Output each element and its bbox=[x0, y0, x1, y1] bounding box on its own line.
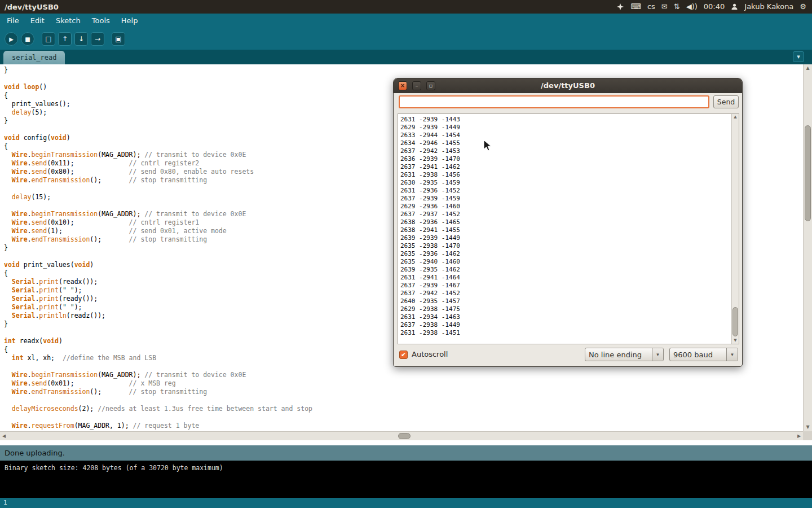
tab-menu-button[interactable]: ▾ bbox=[793, 51, 804, 62]
code-line: Wire.requestFrom(MAG_ADDR, 1); // reques… bbox=[4, 422, 803, 430]
serial-line: 2635 -2940 -1460 bbox=[400, 258, 731, 266]
scroll-left-icon[interactable]: ◀ bbox=[0, 432, 8, 440]
autoscroll-label: Autoscroll bbox=[412, 350, 448, 358]
baud-rate-value: 9600 baud bbox=[670, 351, 726, 359]
mouse-cursor bbox=[483, 139, 492, 154]
upload-button[interactable]: → bbox=[91, 32, 104, 46]
window-minimize-button[interactable]: – bbox=[412, 81, 421, 90]
menu-item-help[interactable]: Help bbox=[116, 14, 144, 28]
code-line: Wire.beginTransmission(MAG_ADDR); // tra… bbox=[4, 371, 803, 379]
window-close-button[interactable]: × bbox=[398, 81, 407, 90]
serial-line: 2637 -2938 -1449 bbox=[400, 321, 731, 329]
menu-item-file[interactable]: File bbox=[1, 14, 25, 28]
mail-icon[interactable]: ✉ bbox=[661, 0, 668, 14]
editor-bottom-gap bbox=[0, 440, 812, 445]
editor-vscrollbar[interactable]: ▲ ▼ bbox=[803, 64, 812, 431]
line-ending-value: No line ending bbox=[585, 351, 652, 359]
serial-monitor-titlebar[interactable]: × – ▫ /dev/ttyUSB0 bbox=[394, 78, 742, 93]
desktop: /dev/ttyUSB0 ⌨ cs ✉ ⇅ ◀)) 00:40 Jakub Ka… bbox=[0, 0, 812, 508]
serial-monitor-window: × – ▫ /dev/ttyUSB0 Send 2631 -2939 -1443… bbox=[393, 78, 743, 367]
autoscroll-checkbox[interactable]: ✔ bbox=[399, 351, 408, 359]
serial-monitor-title: /dev/ttyUSB0 bbox=[394, 78, 742, 93]
toolbar-buttons: ▶■□↑↓→▣ bbox=[0, 28, 812, 50]
serial-line: 2631 -2938 -1456 bbox=[400, 171, 731, 179]
serial-line: 2636 -2939 -1470 bbox=[400, 155, 731, 163]
send-button[interactable]: Send bbox=[713, 95, 739, 108]
serial-line: 2634 -2946 -1455 bbox=[400, 139, 731, 147]
volume-icon[interactable]: ◀)) bbox=[686, 0, 698, 14]
scroll-up-icon[interactable]: ▲ bbox=[804, 64, 812, 72]
system-tray: ⌨ cs ✉ ⇅ ◀)) 00:40 Jakub Kakona ⚙ bbox=[616, 0, 812, 14]
serial-line: 2635 -2938 -1470 bbox=[400, 242, 731, 250]
serial-line: 2633 -2944 -1454 bbox=[400, 132, 731, 139]
serial-line: 2631 -2934 -1463 bbox=[400, 313, 731, 321]
serial-line: 2639 -2935 -1462 bbox=[400, 266, 731, 274]
serial-line: 2638 -2941 -1455 bbox=[400, 226, 731, 234]
scroll-down-icon[interactable]: ▼ bbox=[804, 423, 812, 431]
editor-hscrollbar[interactable]: ◀ ▶ bbox=[0, 431, 803, 440]
code-line: delayMicroseconds(2); //needs at least 1… bbox=[4, 405, 803, 413]
open-button[interactable]: ↑ bbox=[58, 32, 72, 46]
code-line: Wire.endTransmission(); // stop transmit… bbox=[4, 388, 803, 396]
serial-line: 2629 -2936 -1460 bbox=[400, 203, 731, 211]
line-number-strip: 1 bbox=[0, 498, 812, 508]
code-line: Wire.send(0x01); // x MSB reg bbox=[4, 379, 803, 388]
network-icon[interactable]: ⇅ bbox=[674, 0, 680, 14]
status-bar: Done uploading. bbox=[0, 445, 812, 461]
session-gear-icon[interactable]: ⚙ bbox=[800, 0, 806, 14]
serial-line: 2631 -2936 -1452 bbox=[400, 187, 731, 195]
serial-input[interactable] bbox=[399, 95, 709, 108]
serial-scroll-down-icon[interactable]: ▼ bbox=[732, 338, 739, 344]
keyboard-layout-label[interactable]: cs bbox=[647, 0, 655, 14]
save-button[interactable]: ↓ bbox=[74, 32, 88, 46]
scrollbar-corner bbox=[803, 431, 812, 440]
build-console: Binary sketch size: 4208 bytes (of a 307… bbox=[0, 461, 812, 498]
verify-button[interactable]: ▶ bbox=[5, 32, 18, 46]
serial-scroll-up-icon[interactable]: ▲ bbox=[732, 114, 739, 120]
serial-line: 2637 -2939 -1467 bbox=[400, 282, 731, 290]
serial-line: 2638 -2936 -1465 bbox=[400, 218, 731, 226]
serial-line: 2630 -2935 -1459 bbox=[400, 179, 731, 187]
chevron-down-icon: ▾ bbox=[652, 348, 663, 361]
serial-monitor-button[interactable]: ▣ bbox=[112, 32, 125, 46]
tab-serial-read[interactable]: serial_read bbox=[3, 51, 65, 64]
status-text: Done uploading. bbox=[5, 449, 65, 457]
stop-button[interactable]: ■ bbox=[21, 32, 34, 46]
menu-item-sketch[interactable]: Sketch bbox=[50, 14, 86, 28]
system-panel: /dev/ttyUSB0 ⌨ cs ✉ ⇅ ◀)) 00:40 Jakub Ka… bbox=[0, 0, 812, 14]
serial-line: 2637 -2941 -1462 bbox=[400, 163, 731, 171]
clock-label[interactable]: 00:40 bbox=[704, 0, 725, 14]
user-icon[interactable] bbox=[731, 3, 738, 11]
serial-line: 2637 -2942 -1453 bbox=[400, 147, 731, 155]
serial-line: 2637 -2942 -1452 bbox=[400, 290, 731, 297]
new-button[interactable]: □ bbox=[42, 32, 55, 46]
tab-strip: serial_read ▾ bbox=[0, 50, 812, 64]
keyboard-icon[interactable]: ⌨ bbox=[630, 0, 641, 14]
line-ending-select[interactable]: No line ending ▾ bbox=[585, 348, 664, 361]
scroll-right-icon[interactable]: ▶ bbox=[795, 432, 803, 440]
editor-hscroll-thumb[interactable] bbox=[398, 433, 411, 439]
window-maximize-button[interactable]: ▫ bbox=[426, 81, 435, 90]
baud-rate-select[interactable]: 9600 baud ▾ bbox=[669, 348, 738, 361]
serial-line: 2639 -2939 -1449 bbox=[400, 234, 731, 242]
menu-bar: FileEditSketchToolsHelp bbox=[0, 14, 812, 28]
serial-output[interactable]: 2631 -2939 -14432629 -2939 -14492633 -29… bbox=[398, 114, 731, 344]
code-line: } bbox=[4, 66, 803, 75]
serial-line: 2640 -2935 -1457 bbox=[400, 297, 731, 305]
username-label[interactable]: Jakub Kakona bbox=[744, 0, 793, 14]
indicator-star-icon[interactable] bbox=[616, 3, 624, 11]
serial-line: 2629 -2939 -1449 bbox=[400, 124, 731, 132]
menu-item-edit[interactable]: Edit bbox=[25, 14, 50, 28]
editor-vscroll-thumb[interactable] bbox=[805, 125, 811, 221]
serial-scroll-thumb[interactable] bbox=[732, 307, 738, 336]
serial-output-panel: 2631 -2939 -14432629 -2939 -14492633 -29… bbox=[398, 113, 739, 344]
serial-scrollbar[interactable]: ▲ ▼ bbox=[731, 114, 739, 344]
menu-item-tools[interactable]: Tools bbox=[86, 14, 116, 28]
active-window-title: /dev/ttyUSB0 bbox=[5, 3, 59, 11]
serial-line: 2635 -2936 -1462 bbox=[400, 250, 731, 258]
console-text: Binary sketch size: 4208 bytes (of a 307… bbox=[5, 464, 223, 472]
line-number-label: 1 bbox=[3, 499, 7, 506]
serial-line: 2631 -2938 -1451 bbox=[400, 329, 731, 337]
serial-line: 2631 -2941 -1464 bbox=[400, 274, 731, 282]
serial-line: 2637 -2937 -1452 bbox=[400, 211, 731, 218]
